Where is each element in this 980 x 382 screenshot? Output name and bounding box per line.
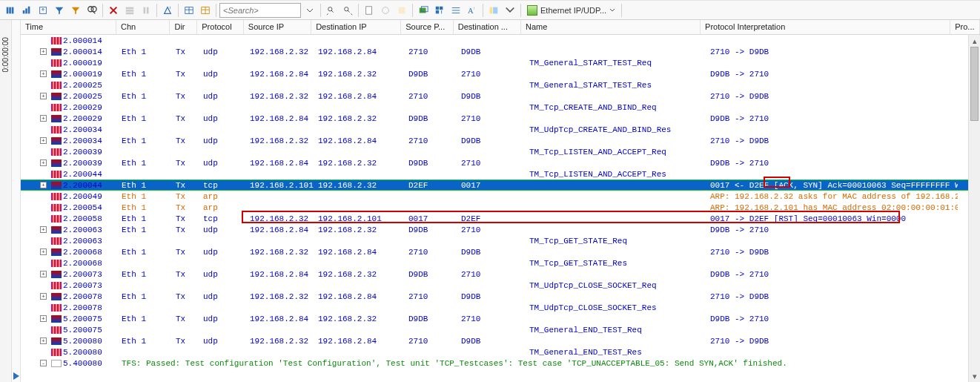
packet-icon [51,304,62,312]
columns-icon[interactable] [3,3,18,18]
page-icon[interactable] [362,3,377,18]
table-row[interactable]: +2.200078Eth 1Txudp192.168.2.32192.168.2… [21,291,968,302]
table-row[interactable]: 2.200058Eth 1Txtcp192.168.2.32192.168.2.… [21,213,968,224]
table-row[interactable]: +2.200039Eth 1Txudp192.168.2.84192.168.2… [21,157,968,168]
packet-icon [51,59,62,67]
tree-expander[interactable]: + [40,248,47,255]
col-header-protocol-2[interactable]: Pro... [950,20,980,34]
toolbar-separator [483,4,483,17]
tool-icon[interactable] [378,3,393,18]
window-group-icon[interactable] [432,3,447,18]
table-row[interactable]: 2.200049Eth 1TxarpARP: 192.168.2.32 asks… [21,191,968,202]
bar-chart-icon[interactable] [19,3,34,18]
table-row[interactable]: 2.200029TM_Tcp_CREATE_AND_BIND_Req [21,102,968,113]
cell-chn: Eth 1 [117,181,171,190]
cell-proto: arp [199,192,245,201]
ruler-timestamp: 0:00:00:00 [1,36,10,73]
heat-icon[interactable] [394,3,409,18]
table-row[interactable]: 2.000019TM_General_START_TEST_Req [21,57,968,68]
tree-expander[interactable]: + [40,337,47,344]
trace-body[interactable]: 2.000014+2.000014Eth 1Txudp192.168.2.321… [21,35,968,382]
col-header-time[interactable]: Time [21,20,116,34]
tree-expander[interactable]: + [40,271,47,277]
close-icon[interactable] [106,3,121,18]
lines-icon[interactable] [448,3,463,18]
dropdown-icon[interactable] [302,3,317,18]
font-increase-icon[interactable]: A↑ [465,3,480,18]
table-row[interactable]: -5.400080TFS: Passed: Test configuration… [21,358,968,369]
table-row[interactable]: 5.200075TM_General_END_TEST_Req [21,324,968,335]
table-row[interactable]: 2.200073TM_UdpTcp_CLOSE_SOCKET_Req [21,280,968,291]
cell-sp: 2710 [404,47,457,56]
table-row[interactable]: +2.200063Eth 1Txudp192.168.2.84192.168.2… [21,224,968,235]
table-row[interactable]: 2.200044TM_Tcp_LISTEN_AND_ACCEPT_Res [21,168,968,180]
table-row[interactable]: +5.200075Eth 1Txudp192.168.2.84192.168.2… [21,313,968,324]
col-header-protocol[interactable]: Protocol [197,20,244,34]
col-header-dest-port[interactable]: Destination ... [454,20,521,34]
col-header-source-ip[interactable]: Source IP [244,20,311,34]
table-row[interactable]: +2.200068Eth 1Txudp192.168.2.32192.168.2… [21,246,968,257]
table-row[interactable]: 2.200025TM_General_START_TEST_Res [21,79,968,90]
stacked-icon[interactable] [122,3,137,18]
table-row[interactable]: +2.000014Eth 1Txudp192.168.2.32192.168.2… [21,46,968,57]
find-next-right-icon[interactable] [340,3,355,18]
cell-dip: 192.168.2.32 [314,181,404,190]
tree-expander[interactable]: + [40,93,47,99]
col-header-dest-ip[interactable]: Destination IP [311,20,401,34]
funnel-blue-icon[interactable] [52,3,67,18]
tree-expander[interactable]: + [40,70,47,77]
export-icon[interactable] [36,3,50,18]
scroll-up-icon[interactable]: ▴ [969,35,980,47]
tree-expander[interactable]: + [40,159,47,166]
tree-expander[interactable]: + [40,315,47,322]
table-row[interactable]: 2.000014 [21,35,968,46]
table-row[interactable]: 2.200034TM_UdpTcp_CREATE_AND_BIND_Res [21,124,968,135]
table-row[interactable]: 2.200054Eth 1TxarpARP: 192.168.2.101 has… [21,202,968,213]
tree-expander[interactable]: + [40,48,47,55]
table-blue-icon[interactable] [182,3,196,18]
tree-expander[interactable]: + [40,115,47,122]
table-row[interactable]: 2.200039TM_Tcp_LISTEN_AND_ACCEPT_Req [21,146,968,157]
table-row[interactable]: 2.200063TM_Tcp_GET_STATE_Req [21,235,968,246]
vertical-scrollbar[interactable]: ▴ ▾ [968,35,980,382]
cell-time: 2.200029 [63,103,102,112]
table-row[interactable]: 2.200068TM_Tcp_GET_STATE_Res [21,257,968,269]
delta-icon[interactable]: t [160,3,175,18]
scroll-thumb[interactable] [970,47,979,121]
profile-selector[interactable]: Ethernet IP/UDP... [524,5,618,16]
pause-bars-icon[interactable] [139,3,153,18]
tree-expander[interactable]: + [40,182,47,188]
layout-dropdown-icon[interactable] [503,3,517,18]
cell-sip: 192.168.2.32 [245,92,314,101]
search-input[interactable] [219,3,301,18]
funnel-orange-icon[interactable] [68,3,83,18]
tree-expander[interactable]: + [40,226,47,233]
search-icon[interactable] [85,3,99,18]
cell-sip: 192.168.2.32 [245,248,314,257]
table-row[interactable]: +2.200034Eth 1Txudp192.168.2.32192.168.2… [21,135,968,146]
table-row[interactable]: +2.000019Eth 1Txudp192.168.2.84192.168.2… [21,68,968,79]
scroll-down-icon[interactable]: ▾ [969,370,980,382]
col-header-name[interactable]: Name [521,20,701,34]
table-orange-icon[interactable] [198,3,213,18]
table-row[interactable]: +2.200044Eth 1Txtcp192.168.2.101192.168.… [21,180,968,191]
find-next-left-icon[interactable] [324,3,339,18]
layout-icon[interactable] [486,3,501,18]
tree-expander[interactable]: + [40,293,47,300]
col-header-source-port[interactable]: Source P... [401,20,454,34]
col-header-dir[interactable]: Dir [170,20,197,34]
svg-point-29 [383,7,389,13]
tree-expander[interactable]: + [40,137,47,144]
col-header-chn[interactable]: Chn [116,20,170,34]
table-row[interactable]: +2.200073Eth 1Txudp192.168.2.84192.168.2… [21,269,968,280]
document-icon [51,360,62,367]
table-row[interactable]: 5.200080TM_General_END_TEST_Res [21,346,968,358]
table-row[interactable]: +5.200080Eth 1Txudp192.168.2.32192.168.2… [21,335,968,346]
table-row[interactable]: +2.200029Eth 1Txudp192.168.2.84192.168.2… [21,113,968,124]
col-header-interpretation[interactable]: Protocol Interpretation [701,20,950,34]
window-back-icon[interactable] [416,3,431,18]
table-row[interactable]: +2.200025Eth 1Txudp192.168.2.32192.168.2… [21,90,968,102]
play-marker-icon[interactable] [12,372,21,381]
tree-expander[interactable]: - [40,360,47,366]
table-row[interactable]: 2.200078TM_UdpTcp_CLOSE_SOCKET_Res [21,302,968,313]
